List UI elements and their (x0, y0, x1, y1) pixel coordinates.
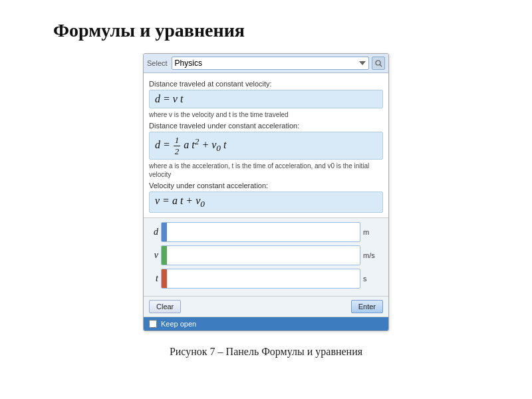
formulas-area: Distance traveled at constant velocity: … (144, 73, 388, 218)
svg-line-1 (380, 65, 382, 66)
formula-desc-1: where v is the velocity and t is the tim… (149, 110, 383, 119)
search-icon (375, 60, 382, 67)
var-input-d[interactable] (167, 225, 360, 239)
figure-caption: Рисунок 7 – Панель Формулы и уравнения (170, 346, 362, 358)
formula-label-2: Distance traveled under constant acceler… (149, 122, 383, 130)
var-color-bar-d (162, 223, 167, 241)
var-input-v[interactable] (167, 249, 360, 262)
formula-label-1: Distance traveled at constant velocity: (149, 80, 383, 88)
var-input-t[interactable] (167, 272, 360, 285)
var-input-wrapper-d (161, 222, 360, 242)
formula-text-3: v = a t + v0 (155, 195, 205, 206)
var-color-bar-t (162, 269, 167, 288)
search-button[interactable] (372, 57, 385, 70)
var-label-t: t (149, 273, 158, 284)
select-label: Select (147, 59, 168, 67)
keep-open-checkbox[interactable] (149, 320, 157, 328)
var-input-wrapper-t (161, 269, 360, 289)
panel-footer: Keep open (144, 317, 388, 331)
input-row-d: d m (149, 222, 383, 242)
enter-button[interactable]: Enter (351, 300, 383, 313)
formula-block-2[interactable]: d = 12 a t2 + v0 t (149, 132, 383, 160)
buttons-row: Clear Enter (144, 297, 388, 317)
input-row-t: t s (149, 269, 383, 289)
subject-dropdown[interactable]: Physics Mathematics Chemistry (172, 57, 369, 70)
formula-label-3: Velocity under constant acceleration: (149, 182, 383, 190)
input-row-v: v m/s (149, 245, 383, 265)
var-color-bar-v (162, 246, 167, 265)
clear-button[interactable]: Clear (149, 300, 181, 313)
var-label-d: d (149, 227, 158, 237)
var-label-v: v (149, 250, 158, 261)
unit-label-v: m/s (363, 251, 383, 259)
formula-desc-2: where a is the acceleration, t is the ti… (149, 162, 383, 179)
panel-header: Select Physics Mathematics Chemistry (144, 54, 388, 73)
formula-block-1[interactable]: d = v t (149, 90, 383, 108)
formula-block-3[interactable]: v = a t + v0 (149, 192, 383, 213)
input-section: d m v m/s t s (144, 218, 388, 297)
svg-point-0 (376, 61, 380, 65)
page-title: Формулы и уравнения (0, 20, 245, 41)
formula-text-1: d = v t (155, 93, 183, 104)
formula-text-2: d = 12 a t2 + v0 t (155, 139, 226, 150)
keep-open-label: Keep open (161, 320, 196, 328)
formula-panel: Select Physics Mathematics Chemistry Dis… (143, 53, 389, 331)
unit-label-d: m (363, 228, 383, 236)
unit-label-t: s (363, 275, 383, 283)
var-input-wrapper-v (161, 245, 360, 265)
